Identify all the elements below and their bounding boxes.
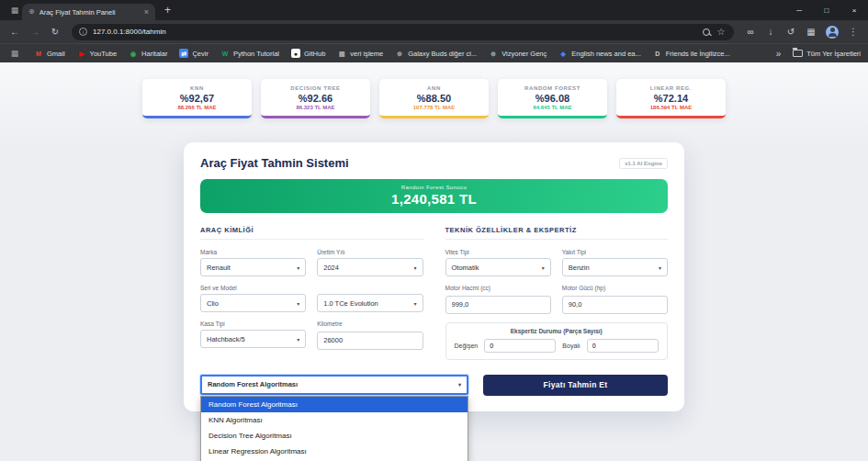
window-close-button[interactable]: × (840, 0, 868, 20)
bookmark-cevir[interactable]: ⇄ Çevir (179, 49, 209, 58)
active-tab[interactable]: ⊕ Araç Fiyat Tahmin Paneli × (22, 4, 155, 20)
profile-avatar[interactable] (826, 26, 839, 39)
select-value: Renault (207, 264, 231, 272)
bookmark-haritalar[interactable]: ◉ Haritalar (129, 49, 167, 58)
more-bookmarks-icon[interactable]: » (776, 49, 782, 59)
maps-pin-icon: ◉ (129, 49, 138, 58)
predict-button[interactable]: Fiyatı Tahmin Et (483, 375, 668, 396)
yakit-tipi-select[interactable]: Benzin ▾ (562, 258, 668, 276)
metric-name: ANN (379, 85, 489, 91)
back-icon[interactable]: ← (6, 28, 24, 37)
page-content: KNN %92,67 88.266 TL MAE DECISION TREE %… (0, 62, 868, 461)
forward-icon[interactable]: → (26, 28, 44, 37)
field-kasa-tipi: Kasa Tipi Hatchback/5 ▾ (200, 320, 306, 350)
bookmark-friends-ingilizce[interactable]: D Friends ile İngilizce... (653, 49, 730, 58)
bookmark-star-icon[interactable]: ☆ (716, 28, 727, 37)
metric-card-ann: ANN %88.50 107.778 TL MAE (379, 79, 489, 118)
motor-hacmi-input[interactable] (445, 296, 551, 314)
apps-grid-icon[interactable]: ▦ (7, 49, 22, 58)
dropdown-option-decision-tree[interactable]: Decision Tree Algoritması (201, 428, 468, 444)
select-value: Clio (207, 299, 219, 308)
marka-label: Marka (200, 249, 306, 255)
field-motor-hacmi: Motor Hacmi (cc) (445, 285, 551, 314)
folder-icon (793, 50, 803, 57)
field-model: 1.0 TCe Evolution ▾ (317, 285, 423, 312)
bookmark-galaxy-buds[interactable]: ⊕ Galaxy Buds diğer ci... (395, 49, 477, 58)
degisen-input[interactable] (484, 339, 556, 353)
identity-section-title: ARAÇ KİMLİĞİ (200, 226, 423, 240)
model-select[interactable]: 1.0 TCe Evolution ▾ (317, 294, 423, 312)
metric-name: KNN (142, 85, 252, 91)
dropdown-option-linear-regression[interactable]: Linear Regression Algoritması (201, 444, 468, 459)
dropdown-option-random-forest[interactable]: Random Forest Algoritması (201, 397, 468, 412)
result-label: Random Forest Sonucu (200, 185, 668, 190)
metric-card-random-forest: RANDOM FOREST %96.08 64.645 TL MAE (498, 79, 607, 118)
bookmark-gmail[interactable]: M Gmail (34, 49, 65, 58)
bookmark-label: Friends ile İngilizce... (666, 50, 730, 58)
metric-card-linear-reg: LINEAR REG. %72.14 186.594 TL MAE (616, 79, 726, 118)
maximize-button[interactable]: □ (813, 0, 840, 20)
site-icon: D (653, 49, 662, 58)
vites-tipi-select[interactable]: Otomatik ▾ (445, 258, 551, 276)
motor-hacmi-label: Motor Hacmi (cc) (445, 285, 551, 291)
bookmark-vizyoner-genc[interactable]: ⊕ Vizyoner Genç (489, 49, 547, 58)
apps-icon[interactable]: ▦ (802, 28, 820, 37)
field-uretim-yili: Üretim Yılı 2024 ▾ (317, 249, 423, 276)
select-value: Benzin (569, 264, 590, 272)
all-bookmarks-button[interactable]: Tüm Yer İşaretleri (793, 50, 861, 58)
bookmark-english-news[interactable]: ◆ English news and ea... (558, 49, 640, 58)
degisen-label: Değişen (455, 343, 479, 349)
algorithm-select[interactable]: Random Forest Algoritması ▾ (200, 375, 468, 395)
select-value: Random Forest Algoritması (208, 380, 298, 388)
bookmark-label: Python Tutorial (233, 50, 279, 58)
bookmark-label: Çevir (192, 50, 209, 58)
menu-icon[interactable]: ⋮ (844, 28, 862, 37)
boyali-label: Boyalı (562, 343, 580, 349)
motor-gucu-input[interactable] (562, 296, 668, 314)
bookmark-youtube[interactable]: ▶ YouTube (77, 49, 117, 58)
uretim-yili-select[interactable]: 2024 ▾ (317, 258, 423, 276)
kilometre-input[interactable] (317, 332, 423, 350)
tech-section: TEKNİK ÖZELLİKLER & EKSPERTİZ Vites Tipi… (445, 226, 669, 360)
marka-select[interactable]: Renault ▾ (200, 258, 306, 276)
chevron-down-icon: ▾ (297, 264, 299, 271)
news-icon: ◆ (558, 49, 568, 58)
site-info-icon[interactable]: i (79, 28, 87, 36)
download-icon[interactable]: ↓ (761, 28, 780, 37)
metric-name: LINEAR REG. (616, 85, 726, 91)
bookmark-python-tutorial[interactable]: W Python Tutorial (220, 49, 279, 58)
algorithm-dropdown: Random Forest Algoritması KNN Algoritmas… (200, 396, 468, 461)
avatar-body (829, 33, 837, 38)
boyali-input[interactable] (587, 339, 659, 353)
w3schools-icon: W (220, 49, 230, 58)
bookmark-github[interactable]: ● GitHub (291, 49, 325, 58)
bookmark-label: veri işleme (350, 50, 383, 58)
address-bar[interactable]: i 127.0.0.1:8000/tahmin ☆ (72, 24, 734, 40)
extension-icon[interactable]: ∞ (741, 28, 760, 37)
tab-search-icon[interactable]: ▦ (7, 6, 22, 15)
reload-icon[interactable]: ↻ (46, 28, 64, 37)
bookmark-label: English news and ea... (571, 50, 640, 58)
gmail-icon: M (34, 49, 43, 58)
dropdown-option-knn[interactable]: KNN Algoritması (201, 412, 468, 428)
history-icon[interactable]: ↺ (782, 28, 800, 37)
seri-select[interactable]: Clio ▾ (200, 294, 306, 312)
select-value: 2024 (323, 264, 339, 272)
version-badge: v1.1 AI Engine (619, 158, 668, 169)
prediction-panel: Araç Fiyat Tahmin Sistemi v1.1 AI Engine… (184, 142, 684, 411)
kilometre-label: Kilometre (317, 320, 423, 327)
tab-close-icon[interactable]: × (144, 8, 149, 17)
new-tab-button[interactable]: + (164, 5, 171, 16)
bookmark-label: GitHub (304, 50, 325, 58)
chevron-down-icon: ▾ (659, 264, 661, 271)
site-favicon-icon: ⊕ (28, 8, 35, 16)
minimize-button[interactable]: ─ (785, 0, 813, 20)
kasa-tipi-select[interactable]: Hatchback/5 ▾ (200, 330, 306, 348)
action-row: Random Forest Algoritması ▾ Random Fores… (200, 375, 668, 396)
metric-accuracy: %72.14 (616, 93, 726, 104)
zoom-icon[interactable] (703, 28, 710, 36)
bookmark-label: Haritalar (141, 50, 167, 58)
ekspertiz-box: Ekspertiz Durumu (Parça Sayısı) Değişen … (445, 322, 669, 360)
field-vites-tipi: Vites Tipi Otomatik ▾ (445, 249, 551, 276)
bookmark-veri-isleme[interactable]: ▤ veri işleme (337, 49, 383, 58)
